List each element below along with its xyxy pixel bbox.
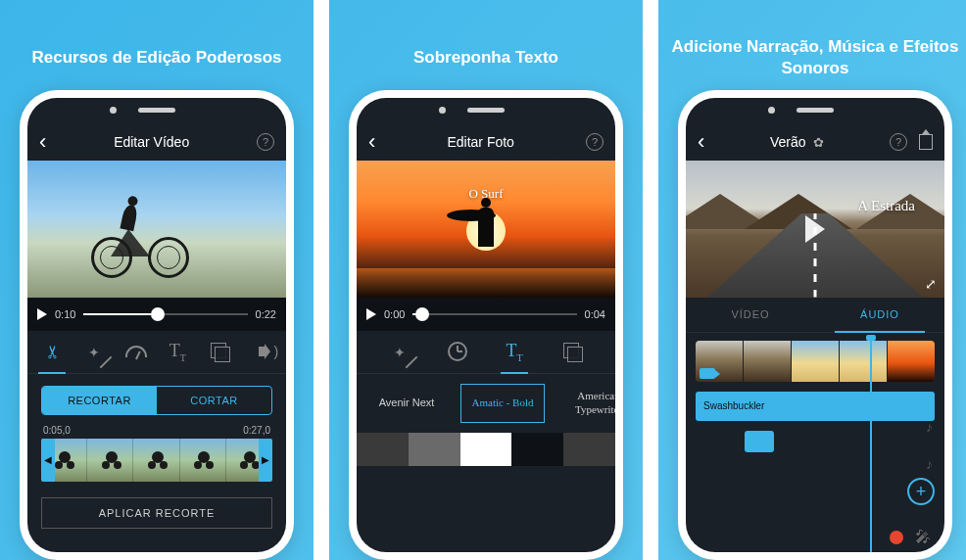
tab-audio[interactable]: ÁUDIO [815,298,944,332]
navbar: ‹ Editar Foto ? [357,123,615,161]
video-track[interactable] [696,341,935,382]
tool-row: TT [27,331,286,374]
title-overlay: A Estrada [857,198,915,214]
media-tabs: VÍDEO ÁUDIO [686,298,944,333]
effects-tool[interactable] [382,334,417,369]
time-total: 0:04 [585,308,605,320]
text-icon: TT [169,341,186,363]
back-icon[interactable]: ‹ [698,129,704,155]
text-tool[interactable]: TT [160,334,195,369]
font-option-american[interactable]: American Typewriter [556,384,615,423]
project-preview[interactable]: A Estrada ⤢ [686,161,944,298]
strip-end: 0:27,0 [243,425,270,436]
tool-row: TT [357,331,615,374]
segment-recortar[interactable]: RECORTAR [42,387,157,414]
time-current: 0:10 [55,308,75,320]
trim-handle-left[interactable]: ◀ [41,439,55,482]
playback-bar: 0:00 0:04 [357,298,615,331]
font-option-amatic[interactable]: Amatic - Bold [460,384,545,423]
video-preview[interactable] [27,161,286,298]
surfer-illustration [478,208,494,247]
swatch-2[interactable] [409,433,460,466]
microphone-icon[interactable]: 🎤︎ [915,529,931,546]
segment-cortar[interactable]: CORTAR [157,387,271,414]
layers-icon [563,343,581,360]
scrubber[interactable] [83,313,247,315]
scrubber-handle[interactable] [151,307,165,321]
effects-tool[interactable] [76,334,112,369]
trim-segmented: RECORTAR CORTAR [41,386,272,415]
time-current: 0:00 [384,308,405,320]
expand-icon[interactable]: ⤢ [925,276,937,292]
swatch-1[interactable] [357,433,409,466]
sfx-clip[interactable] [745,431,774,452]
film-strip[interactable]: ◀ ▶ [41,439,272,482]
trim-handle-right[interactable]: ▶ [259,439,272,482]
photo-preview[interactable]: O Surf [357,161,615,298]
timeline: Swashbuckler ♪ ♪ + 🎤︎ [686,333,944,552]
phone-frame-2: ‹ Editar Foto ? O Surf 0:00 0:04 [349,90,623,560]
layers-tool[interactable] [555,334,590,369]
nav-title: Verão ✿ [770,134,824,150]
text-overlay[interactable]: O Surf [468,186,503,202]
swatch-4[interactable] [511,433,563,466]
text-icon: TT [507,341,523,363]
navbar: ‹ Editar Vídeo ? [27,123,286,161]
record-button[interactable] [890,531,903,544]
help-icon[interactable]: ? [257,133,274,151]
gear-icon[interactable]: ✿ [813,135,824,150]
play-icon[interactable] [37,308,47,320]
help-icon[interactable]: ? [890,133,907,151]
play-icon[interactable] [366,308,376,320]
scrubber-handle[interactable] [415,307,429,321]
nav-title: Editar Foto [447,134,513,150]
clock-icon [448,342,467,361]
apply-trim-button[interactable]: APLICAR RECORTE [41,497,272,529]
swatch-3[interactable] [460,433,512,466]
scrubber[interactable] [412,313,576,315]
headline-3: Adicione Narração, Música e Efeitos Sono… [658,29,966,86]
layers-icon [211,343,228,360]
phone-frame-3: ‹ Verão ✿ ? A Estrada ⤢ [678,90,952,560]
layers-tool[interactable] [202,334,237,369]
font-picker: Avenir Next Amatic - Bold American Typew… [357,374,615,433]
color-swatches [357,433,615,466]
audio-clip-label: Swashbuckler [703,400,764,411]
tab-video[interactable]: VÍDEO [686,298,815,332]
camera-icon [700,368,715,379]
music-note-icon: ♪ [926,419,933,435]
font-option-avenir[interactable]: Avenir Next [364,384,449,423]
swatch-5[interactable] [563,433,615,466]
share-icon[interactable] [919,134,933,150]
phone-frame-1: ‹ Editar Vídeo ? 0:10 0:22 [20,90,294,560]
play-large-icon[interactable] [805,215,825,243]
playback-bar: 0:10 0:22 [27,298,286,331]
speed-tool[interactable] [119,334,154,369]
add-media-button[interactable]: + [907,478,935,505]
audio-tool[interactable] [244,334,279,369]
headline-1: Recursos de Edição Poderosos [31,29,281,86]
nav-title: Editar Vídeo [114,134,189,150]
scissors-icon [45,341,60,362]
wand-icon [88,342,100,362]
headline-2: Sobreponha Texto [413,29,558,86]
playhead[interactable] [870,339,872,552]
time-total: 0:22 [256,308,276,320]
gauge-icon [125,346,147,357]
navbar: ‹ Verão ✿ ? [686,123,944,161]
back-icon[interactable]: ‹ [39,129,46,155]
audio-clip[interactable]: Swashbuckler [696,392,935,421]
strip-times: 0:05,0 0:27,0 [41,425,272,436]
speaker-icon [259,347,265,356]
strip-start: 0:05,0 [43,425,71,436]
duration-tool[interactable] [440,334,475,369]
text-tool[interactable]: TT [497,334,532,369]
music-note-icon: ♪ [926,456,933,472]
wand-icon [394,342,406,362]
help-icon[interactable]: ? [586,133,604,151]
cut-tool[interactable] [34,334,70,369]
back-icon[interactable]: ‹ [368,129,375,155]
